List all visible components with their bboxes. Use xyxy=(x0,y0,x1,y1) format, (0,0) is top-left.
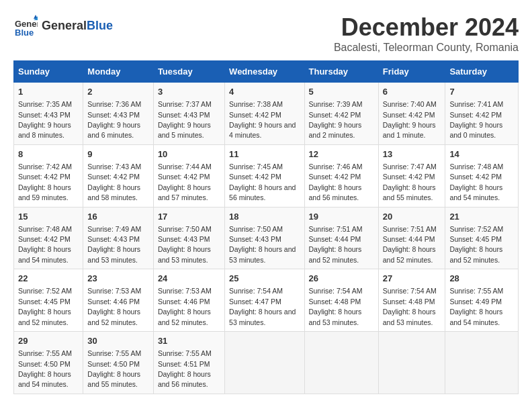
week-row-3: 15Sunrise: 7:48 AMSunset: 4:42 PMDayligh… xyxy=(14,207,519,269)
calendar-cell: 28Sunrise: 7:55 AMSunset: 4:49 PMDayligh… xyxy=(445,269,519,332)
calendar-cell xyxy=(225,332,304,394)
calendar-cell: 29Sunrise: 7:55 AMSunset: 4:50 PMDayligh… xyxy=(14,332,83,394)
day-number: 14 xyxy=(449,148,514,161)
day-number: 29 xyxy=(18,335,79,347)
header: General Blue General Blue December 2024 … xyxy=(13,13,519,54)
day-info: Sunrise: 7:55 AMSunset: 4:50 PMDaylight:… xyxy=(87,349,141,388)
day-info: Sunrise: 7:53 AMSunset: 4:46 PMDaylight:… xyxy=(158,287,212,326)
day-info: Sunrise: 7:36 AMSunset: 4:43 PMDaylight:… xyxy=(87,100,141,139)
week-row-4: 22Sunrise: 7:52 AMSunset: 4:45 PMDayligh… xyxy=(14,269,519,332)
day-info: Sunrise: 7:50 AMSunset: 4:43 PMDaylight:… xyxy=(229,225,296,264)
day-info: Sunrise: 7:55 AMSunset: 4:51 PMDaylight:… xyxy=(158,349,212,388)
day-number: 31 xyxy=(158,335,220,347)
day-info: Sunrise: 7:55 AMSunset: 4:49 PMDaylight:… xyxy=(449,287,503,326)
calendar-cell: 19Sunrise: 7:51 AMSunset: 4:44 PMDayligh… xyxy=(304,207,378,269)
calendar-cell: 5Sunrise: 7:39 AMSunset: 4:42 PMDaylight… xyxy=(304,83,378,145)
week-row-2: 8Sunrise: 7:42 AMSunset: 4:42 PMDaylight… xyxy=(14,144,519,207)
calendar-cell: 3Sunrise: 7:37 AMSunset: 4:43 PMDaylight… xyxy=(153,83,224,145)
calendar-cell: 1Sunrise: 7:35 AMSunset: 4:43 PMDaylight… xyxy=(14,83,83,145)
calendar-cell: 14Sunrise: 7:48 AMSunset: 4:42 PMDayligh… xyxy=(445,144,519,207)
day-info: Sunrise: 7:54 AMSunset: 4:48 PMDaylight:… xyxy=(383,287,437,326)
day-info: Sunrise: 7:52 AMSunset: 4:45 PMDaylight:… xyxy=(18,287,72,326)
calendar-cell: 25Sunrise: 7:54 AMSunset: 4:47 PMDayligh… xyxy=(225,269,304,332)
week-row-5: 29Sunrise: 7:55 AMSunset: 4:50 PMDayligh… xyxy=(14,332,519,394)
day-info: Sunrise: 7:52 AMSunset: 4:45 PMDaylight:… xyxy=(449,225,503,264)
day-number: 11 xyxy=(229,148,300,161)
day-number: 12 xyxy=(309,148,374,161)
day-info: Sunrise: 7:54 AMSunset: 4:48 PMDaylight:… xyxy=(309,287,363,326)
calendar-cell: 12Sunrise: 7:46 AMSunset: 4:42 PMDayligh… xyxy=(304,144,378,207)
day-number: 26 xyxy=(309,273,374,285)
page-subtitle: Bacalesti, Teleorman County, Romania xyxy=(334,42,519,54)
day-info: Sunrise: 7:40 AMSunset: 4:42 PMDaylight:… xyxy=(383,100,437,139)
calendar-cell: 20Sunrise: 7:51 AMSunset: 4:44 PMDayligh… xyxy=(378,207,445,269)
day-number: 25 xyxy=(229,273,300,285)
day-info: Sunrise: 7:35 AMSunset: 4:43 PMDaylight:… xyxy=(18,100,72,139)
day-info: Sunrise: 7:42 AMSunset: 4:42 PMDaylight:… xyxy=(18,163,72,201)
day-info: Sunrise: 7:55 AMSunset: 4:50 PMDaylight:… xyxy=(18,349,72,388)
day-info: Sunrise: 7:49 AMSunset: 4:43 PMDaylight:… xyxy=(87,225,141,264)
column-header-saturday: Saturday xyxy=(445,61,519,83)
calendar-cell: 31Sunrise: 7:55 AMSunset: 4:51 PMDayligh… xyxy=(153,332,224,394)
day-number: 15 xyxy=(18,211,79,223)
day-number: 3 xyxy=(158,86,220,98)
day-info: Sunrise: 7:45 AMSunset: 4:42 PMDaylight:… xyxy=(229,163,296,201)
day-number: 16 xyxy=(87,211,149,223)
calendar-cell: 2Sunrise: 7:36 AMSunset: 4:43 PMDaylight… xyxy=(83,83,154,145)
day-number: 28 xyxy=(449,273,514,285)
column-header-thursday: Thursday xyxy=(304,61,378,83)
day-number: 24 xyxy=(158,273,220,285)
calendar-cell: 8Sunrise: 7:42 AMSunset: 4:42 PMDaylight… xyxy=(14,144,83,207)
title-area: December 2024 Bacalesti, Teleorman Count… xyxy=(334,13,519,54)
day-number: 13 xyxy=(383,148,441,161)
calendar-cell: 22Sunrise: 7:52 AMSunset: 4:45 PMDayligh… xyxy=(14,269,83,332)
calendar-cell: 21Sunrise: 7:52 AMSunset: 4:45 PMDayligh… xyxy=(445,207,519,269)
calendar-cell: 6Sunrise: 7:40 AMSunset: 4:42 PMDaylight… xyxy=(378,83,445,145)
calendar-cell: 23Sunrise: 7:53 AMSunset: 4:46 PMDayligh… xyxy=(83,269,154,332)
day-info: Sunrise: 7:48 AMSunset: 4:42 PMDaylight:… xyxy=(18,225,72,264)
day-number: 17 xyxy=(158,211,220,223)
day-number: 7 xyxy=(449,86,514,98)
calendar-cell: 9Sunrise: 7:43 AMSunset: 4:42 PMDaylight… xyxy=(83,144,154,207)
day-info: Sunrise: 7:39 AMSunset: 4:42 PMDaylight:… xyxy=(309,100,363,139)
column-header-friday: Friday xyxy=(378,61,445,83)
calendar-cell: 13Sunrise: 7:47 AMSunset: 4:42 PMDayligh… xyxy=(378,144,445,207)
day-number: 27 xyxy=(383,273,441,285)
day-info: Sunrise: 7:51 AMSunset: 4:44 PMDaylight:… xyxy=(309,225,363,264)
day-number: 19 xyxy=(309,211,374,223)
day-number: 22 xyxy=(18,273,79,285)
day-info: Sunrise: 7:48 AMSunset: 4:42 PMDaylight:… xyxy=(449,163,503,201)
day-number: 10 xyxy=(158,148,220,161)
calendar-cell: 24Sunrise: 7:53 AMSunset: 4:46 PMDayligh… xyxy=(153,269,224,332)
day-info: Sunrise: 7:43 AMSunset: 4:42 PMDaylight:… xyxy=(87,163,141,201)
week-row-1: 1Sunrise: 7:35 AMSunset: 4:43 PMDaylight… xyxy=(14,83,519,145)
day-info: Sunrise: 7:53 AMSunset: 4:46 PMDaylight:… xyxy=(87,287,141,326)
day-info: Sunrise: 7:38 AMSunset: 4:42 PMDaylight:… xyxy=(229,100,296,139)
calendar-cell: 18Sunrise: 7:50 AMSunset: 4:43 PMDayligh… xyxy=(225,207,304,269)
calendar-cell: 27Sunrise: 7:54 AMSunset: 4:48 PMDayligh… xyxy=(378,269,445,332)
svg-text:Blue: Blue xyxy=(15,28,34,38)
day-number: 5 xyxy=(309,86,374,98)
calendar-cell: 10Sunrise: 7:44 AMSunset: 4:42 PMDayligh… xyxy=(153,144,224,207)
page-title: December 2024 xyxy=(334,13,519,42)
logo-general-text: General xyxy=(42,19,87,33)
calendar-cell xyxy=(378,332,445,394)
calendar-cell xyxy=(304,332,378,394)
logo-icon: General Blue xyxy=(13,13,38,38)
day-number: 30 xyxy=(87,335,149,347)
calendar-cell: 16Sunrise: 7:49 AMSunset: 4:43 PMDayligh… xyxy=(83,207,154,269)
column-header-monday: Monday xyxy=(83,61,154,83)
calendar-cell: 17Sunrise: 7:50 AMSunset: 4:43 PMDayligh… xyxy=(153,207,224,269)
day-number: 2 xyxy=(87,86,149,98)
day-number: 4 xyxy=(229,86,300,98)
day-info: Sunrise: 7:37 AMSunset: 4:43 PMDaylight:… xyxy=(158,100,212,139)
day-info: Sunrise: 7:54 AMSunset: 4:47 PMDaylight:… xyxy=(229,287,296,326)
column-header-sunday: Sunday xyxy=(14,61,83,83)
calendar-cell: 26Sunrise: 7:54 AMSunset: 4:48 PMDayligh… xyxy=(304,269,378,332)
day-info: Sunrise: 7:50 AMSunset: 4:43 PMDaylight:… xyxy=(158,225,212,264)
day-number: 18 xyxy=(229,211,300,223)
column-header-wednesday: Wednesday xyxy=(225,61,304,83)
day-info: Sunrise: 7:46 AMSunset: 4:42 PMDaylight:… xyxy=(309,163,363,201)
calendar-cell: 7Sunrise: 7:41 AMSunset: 4:42 PMDaylight… xyxy=(445,83,519,145)
day-number: 6 xyxy=(383,86,441,98)
